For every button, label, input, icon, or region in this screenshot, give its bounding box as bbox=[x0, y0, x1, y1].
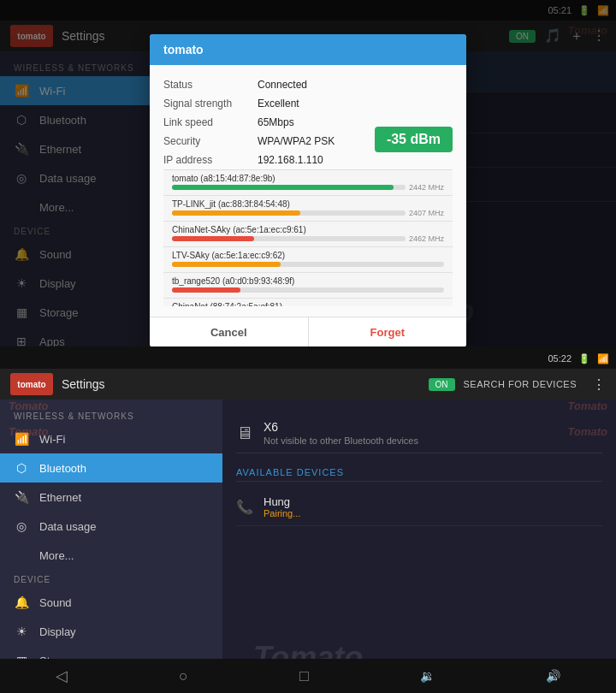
bt-device-name: X6 bbox=[264, 420, 418, 434]
scan-item-0[interactable]: tomato (a8:15:4d:87:8e:9b) 2442 MHz bbox=[163, 170, 453, 196]
dialog-header: tomato bbox=[150, 34, 466, 65]
scan-item-5-name: ChinaNet (88:74:2a:5a:ef:81) bbox=[172, 302, 444, 306]
bt-device-row: 🖥 X6 Not visible to other Bluetooth devi… bbox=[236, 413, 602, 453]
dialog-row-status: Status Connected bbox=[163, 75, 453, 94]
bt-device-visibility: Not visible to other Bluetooth devices bbox=[264, 435, 418, 446]
sidebar-item-wifi-bottom[interactable]: 📶 Wi-Fi bbox=[0, 424, 222, 453]
bt-right-panel: 🖥 X6 Not visible to other Bluetooth devi… bbox=[222, 400, 616, 693]
data-usage-icon-bottom: ◎ bbox=[14, 518, 29, 534]
bluetooth-icon-bottom: ⬡ bbox=[14, 460, 29, 476]
scan-panel: tomato (a8:15:4d:87:8e:9b) 2442 MHz TP-L… bbox=[163, 169, 453, 306]
bluetooth-label-bottom: Bluetooth bbox=[39, 462, 86, 475]
ip-label: IP address bbox=[163, 154, 258, 166]
sidebar-item-ethernet-bottom[interactable]: 🔌 Ethernet bbox=[0, 483, 222, 512]
status-label: Status bbox=[163, 79, 258, 91]
scan-item-2-name: ChinaNet-SAky (ac:5e:1a:ec:c9:61) bbox=[172, 225, 444, 234]
dialog-overlay: tomato Status Connected Signal strength … bbox=[0, 0, 616, 346]
app-bar-bottom: tomato Settings ON SEARCH FOR DEVICES ⋮ bbox=[0, 369, 616, 400]
monitor-icon: 🖥 bbox=[236, 424, 253, 443]
scan-item-5[interactable]: ChinaNet (88:74:2a:5a:ef:81) bbox=[163, 299, 453, 306]
status-bar-bottom: 05:22 🔋 📶 bbox=[0, 348, 616, 369]
search-devices-button[interactable]: SEARCH FOR DEVICES bbox=[464, 379, 577, 389]
menu-icon-bottom[interactable]: ⋮ bbox=[592, 376, 606, 393]
sidebar-item-sound-bottom[interactable]: 🔔 Sound bbox=[0, 588, 222, 617]
ip-value: 192.168.1.110 bbox=[258, 154, 323, 166]
sidebar-item-display-bottom[interactable]: ☀ Display bbox=[0, 617, 222, 646]
bt-available-status: Pairing... bbox=[264, 508, 300, 518]
scan-item-0-name: tomato (a8:15:4d:87:8e:9b) bbox=[172, 174, 444, 183]
link-label: Link speed bbox=[163, 116, 258, 128]
scan-item-4[interactable]: tb_range520 (a0:d0:b9:93:48:9f) bbox=[163, 273, 453, 299]
available-devices-header: AVAILABLE DEVICES bbox=[236, 467, 602, 482]
scan-item-1-name: TP-LINK_jit (ac:88:3f:84:54:48) bbox=[172, 199, 444, 209]
scan-item-1[interactable]: TP-LINK_jit (ac:88:3f:84:54:48) 2407 MHz bbox=[163, 196, 453, 222]
dialog-row-signal: Signal strength Excellent bbox=[163, 94, 453, 113]
forget-button[interactable]: Forget bbox=[309, 317, 467, 346]
bottom-nav: ◁ ○ □ 🔉 🔊 bbox=[0, 659, 616, 693]
signal-badge: -35 dBm bbox=[375, 127, 453, 152]
data-usage-label-bottom: Data usage bbox=[39, 520, 97, 533]
bt-available-info: Hung Pairing... bbox=[264, 495, 300, 518]
recent-button[interactable]: □ bbox=[293, 660, 316, 692]
sidebar-item-data-usage-bottom[interactable]: ◎ Data usage bbox=[0, 512, 222, 541]
display-label-bottom: Display bbox=[39, 625, 76, 638]
time-bottom: 05:22 bbox=[548, 353, 572, 364]
scan-item-0-freq: 2442 MHz bbox=[409, 183, 444, 192]
section-wireless-bottom: WIRELESS & NETWORKS bbox=[0, 406, 222, 424]
security-value: WPA/WPA2 PSK bbox=[258, 135, 335, 147]
more-label-bottom: More... bbox=[39, 549, 74, 562]
dialog-row-ip: IP address 192.168.1.110 bbox=[163, 151, 453, 169]
vol-up-button[interactable]: 🔊 bbox=[539, 662, 567, 690]
more-icon-bottom bbox=[14, 548, 29, 563]
back-button[interactable]: ◁ bbox=[49, 660, 74, 692]
app-title-bottom: Settings bbox=[62, 377, 420, 391]
bottom-bluetooth-panel: 05:22 🔋 📶 tomato Settings ON SEARCH FOR … bbox=[0, 346, 616, 693]
home-button[interactable]: ○ bbox=[172, 660, 195, 692]
scan-item-1-freq: 2407 MHz bbox=[409, 209, 444, 217]
scan-item-3[interactable]: LTV-SAky (ac:5e:1a:ec:c9:62) bbox=[163, 247, 453, 273]
status-value: Connected bbox=[258, 79, 307, 91]
section-device-bottom: DEVICE bbox=[0, 570, 222, 588]
dialog-footer: Cancel Forget bbox=[150, 317, 466, 346]
battery-icon-bottom: 🔋 bbox=[578, 353, 590, 364]
vol-down-button[interactable]: 🔉 bbox=[413, 662, 441, 690]
ethernet-icon-bottom: 🔌 bbox=[14, 489, 29, 505]
signal-value: Excellent bbox=[258, 98, 299, 110]
link-value: 65Mbps bbox=[258, 116, 294, 128]
top-wifi-panel: 05:21 🔋 📶 tomato Settings ON 🎵 ＋ ⋮ WIREL… bbox=[0, 0, 616, 346]
wifi-status-icon-bottom: 📶 bbox=[597, 353, 609, 364]
phone-icon: 📞 bbox=[236, 499, 253, 515]
scan-item-3-name: LTV-SAky (ac:5e:1a:ec:c9:62) bbox=[172, 251, 444, 260]
sound-label-bottom: Sound bbox=[39, 596, 72, 609]
security-label: Security bbox=[163, 135, 258, 147]
dialog-body: Status Connected Signal strength Excelle… bbox=[150, 65, 466, 317]
ethernet-label-bottom: Ethernet bbox=[39, 491, 81, 504]
sidebar-item-bluetooth-bottom[interactable]: ⬡ Bluetooth bbox=[0, 453, 222, 483]
cancel-button[interactable]: Cancel bbox=[150, 317, 309, 346]
sound-icon-bottom: 🔔 bbox=[14, 595, 29, 610]
wifi-label-bottom: Wi-Fi bbox=[39, 433, 65, 446]
sidebar-bottom: WIRELESS & NETWORKS 📶 Wi-Fi ⬡ Bluetooth … bbox=[0, 400, 222, 693]
signal-label: Signal strength bbox=[163, 98, 258, 110]
scan-item-4-name: tb_range520 (a0:d0:b9:93:48:9f) bbox=[172, 276, 444, 286]
wifi-icon-bottom: 📶 bbox=[14, 431, 29, 447]
scan-item-2[interactable]: ChinaNet-SAky (ac:5e:1a:ec:c9:61) 2462 M… bbox=[163, 222, 453, 247]
wifi-dialog: tomato Status Connected Signal strength … bbox=[150, 34, 466, 346]
bt-available-name: Hung bbox=[264, 495, 300, 508]
bt-available-item-hung[interactable]: 📞 Hung Pairing... bbox=[236, 489, 602, 526]
sidebar-item-more-bottom[interactable]: More... bbox=[0, 541, 222, 570]
bt-content: WIRELESS & NETWORKS 📶 Wi-Fi ⬡ Bluetooth … bbox=[0, 400, 616, 693]
app-logo-bottom: tomato bbox=[10, 373, 53, 395]
toggle-bottom[interactable]: ON bbox=[429, 378, 455, 391]
bt-device-section: 🖥 X6 Not visible to other Bluetooth devi… bbox=[236, 413, 602, 453]
display-icon-bottom: ☀ bbox=[14, 624, 29, 639]
scan-item-2-freq: 2462 MHz bbox=[409, 234, 444, 243]
bt-device-info: X6 Not visible to other Bluetooth device… bbox=[264, 420, 418, 446]
